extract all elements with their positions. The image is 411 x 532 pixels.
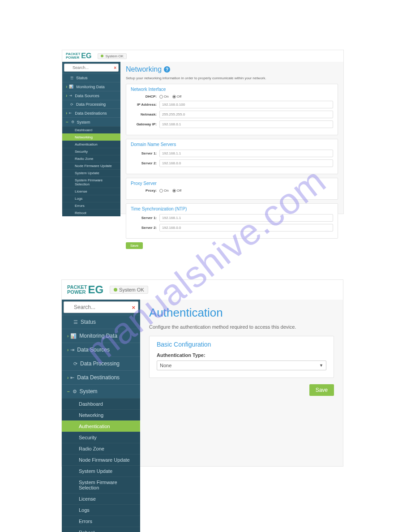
panel-title: Time Synchronization (NTP) bbox=[131, 206, 333, 211]
ip-input[interactable] bbox=[159, 101, 333, 108]
sidebar-item-status[interactable]: ☰Status bbox=[62, 315, 140, 329]
sidebar-item-processing[interactable]: ⟳Data Processing bbox=[62, 356, 140, 370]
page-desc: Configure the authentication method requ… bbox=[149, 324, 334, 330]
menu-icon: ☰ bbox=[70, 76, 73, 80]
chart-icon: 📊 bbox=[70, 333, 77, 339]
sub-logs[interactable]: Logs bbox=[62, 504, 140, 515]
sidebar-item-monitoring[interactable]: 📊Monitoring Data bbox=[62, 329, 140, 343]
auth-type-select[interactable]: None ▼ bbox=[157, 360, 326, 370]
sub-networking[interactable]: Networking bbox=[62, 409, 140, 420]
refresh-icon: ⟳ bbox=[73, 361, 77, 367]
search-container: × bbox=[64, 64, 119, 72]
sidebar-item-destinations[interactable]: ⇤Data Destinations bbox=[62, 370, 140, 384]
page-title: Authentication bbox=[149, 306, 334, 320]
menu-icon: ☰ bbox=[73, 319, 78, 325]
sub-system-update[interactable]: System Update bbox=[62, 169, 120, 176]
dhcp-off-radio[interactable]: Off bbox=[172, 94, 182, 99]
logo-line2: POWER bbox=[67, 290, 87, 295]
sub-firmware-selection[interactable]: System Firmware Selection bbox=[62, 176, 120, 188]
dhcp-label: DHCP: bbox=[131, 94, 157, 99]
app-authentication: PACKET POWER EG System OK × ☰Status 📊Mon… bbox=[61, 279, 343, 467]
sub-security[interactable]: Security bbox=[62, 148, 120, 155]
dhcp-on-radio[interactable]: On bbox=[159, 94, 169, 99]
sub-networking[interactable]: Networking bbox=[62, 133, 120, 141]
dhcp-radio-group: On Off bbox=[159, 94, 181, 99]
panel-title: Basic Configuration bbox=[157, 341, 326, 348]
help-icon[interactable]: ? bbox=[164, 66, 170, 73]
clear-icon[interactable]: × bbox=[114, 65, 116, 70]
sidebar: × ☰Status 📊Monitoring Data ⇥Data Sources… bbox=[62, 62, 120, 214]
out-icon: ⇤ bbox=[69, 111, 72, 115]
status-badge: System OK bbox=[98, 53, 126, 59]
out-icon: ⇤ bbox=[70, 375, 74, 381]
brand-logo: PACKET POWER EG bbox=[67, 283, 103, 296]
proxy-label: Proxy: bbox=[131, 189, 157, 193]
sub-dashboard[interactable]: Dashboard bbox=[62, 126, 120, 133]
gateway-label: Gateway IP: bbox=[131, 122, 157, 126]
dns2-input[interactable] bbox=[159, 159, 333, 167]
ip-label: IP Address: bbox=[131, 103, 157, 107]
sub-radio-zone[interactable]: Radio Zone bbox=[62, 443, 140, 454]
ntp1-input[interactable] bbox=[159, 214, 333, 222]
sidebar-item-destinations[interactable]: ⇤Data Destinations bbox=[62, 108, 120, 117]
sub-license[interactable]: License bbox=[62, 188, 120, 195]
sidebar-item-processing[interactable]: ⟳Data Processing bbox=[62, 100, 120, 108]
proxy-on-radio[interactable]: On bbox=[159, 189, 169, 193]
ntp2-label: Server 2: bbox=[131, 226, 157, 230]
sub-reboot[interactable]: Reboot bbox=[62, 527, 140, 532]
sub-authentication[interactable]: Authentication bbox=[62, 420, 140, 432]
ntp2-input[interactable] bbox=[159, 224, 333, 232]
chart-icon: 📊 bbox=[69, 85, 73, 89]
refresh-icon: ⟳ bbox=[70, 103, 73, 107]
system-submenu: Dashboard Networking Authentication Secu… bbox=[62, 398, 140, 532]
sidebar-item-sources[interactable]: ⇥Data Sources bbox=[62, 91, 120, 100]
dns2-label: Server 2: bbox=[131, 161, 157, 165]
sidebar-item-monitoring[interactable]: 📊Monitoring Data bbox=[62, 82, 120, 91]
sub-system-update[interactable]: System Update bbox=[62, 465, 140, 476]
panel-title: Network Interface bbox=[131, 87, 333, 92]
sidebar-item-sources[interactable]: ⇥Data Sources bbox=[62, 343, 140, 356]
sidebar-item-status[interactable]: ☰Status bbox=[62, 73, 120, 82]
sub-node-firmware[interactable]: Node Firmware Update bbox=[62, 162, 120, 169]
sub-errors[interactable]: Errors bbox=[62, 515, 140, 527]
gear-icon: ⚙ bbox=[71, 120, 74, 124]
sub-logs[interactable]: Logs bbox=[62, 195, 120, 202]
dns1-label: Server 1: bbox=[131, 151, 157, 155]
sub-authentication[interactable]: Authentication bbox=[62, 141, 120, 148]
in-icon: ⇥ bbox=[69, 94, 72, 98]
sidebar-item-system[interactable]: ⚙System bbox=[62, 384, 140, 398]
radio-icon bbox=[159, 189, 163, 193]
sub-radio-zone[interactable]: Radio Zone bbox=[62, 155, 120, 162]
logo-line2: POWER bbox=[66, 56, 80, 60]
dns1-input[interactable] bbox=[159, 150, 333, 157]
brand-logo: PACKET POWER EG bbox=[66, 52, 91, 60]
sidebar-item-system[interactable]: ⚙System bbox=[62, 117, 120, 126]
panel-network-interface: Network Interface DHCP: On Off IP Addres… bbox=[126, 84, 338, 135]
sub-license[interactable]: License bbox=[62, 493, 140, 504]
sub-firmware-selection[interactable]: System Firmware Selection bbox=[62, 476, 140, 493]
sub-reboot[interactable]: Reboot bbox=[62, 209, 120, 216]
logo-suffix: EG bbox=[81, 52, 91, 60]
main-content: Authentication Configure the authenticat… bbox=[140, 300, 343, 466]
proxy-off-radio[interactable]: Off bbox=[172, 189, 182, 193]
search-input[interactable] bbox=[64, 64, 119, 72]
sub-node-firmware[interactable]: Node Firmware Update bbox=[62, 454, 140, 465]
page-title: Networking ? bbox=[126, 65, 338, 73]
save-button[interactable]: Save bbox=[126, 242, 143, 249]
netmask-input[interactable] bbox=[159, 111, 333, 118]
save-button[interactable]: Save bbox=[309, 384, 334, 396]
main-content: Networking ? Setup your networking infor… bbox=[120, 62, 343, 214]
chevron-down-icon: ▼ bbox=[319, 363, 323, 368]
auth-type-label: Authentication Type: bbox=[157, 352, 326, 358]
clear-icon[interactable]: × bbox=[132, 304, 135, 311]
sub-security[interactable]: Security bbox=[62, 432, 140, 443]
panel-proxy: Proxy Server Proxy: On Off bbox=[126, 178, 338, 200]
radio-icon bbox=[159, 95, 163, 99]
panel-ntp: Time Synchronization (NTP) Server 1: Ser… bbox=[126, 203, 338, 239]
search-input[interactable] bbox=[64, 301, 138, 313]
panel-title: Domain Name Servers bbox=[131, 142, 333, 147]
sub-dashboard[interactable]: Dashboard bbox=[62, 398, 140, 409]
sub-errors[interactable]: Errors bbox=[62, 202, 120, 209]
gateway-input[interactable] bbox=[159, 120, 333, 128]
proxy-radio-group: On Off bbox=[159, 189, 181, 193]
